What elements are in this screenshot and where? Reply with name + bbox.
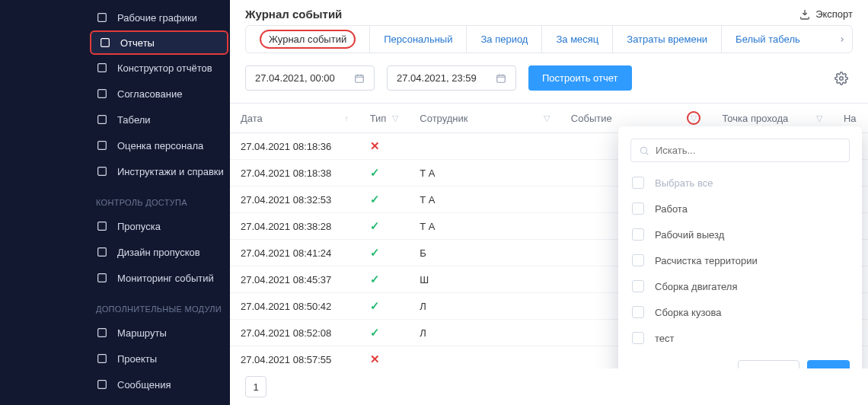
cell-date: 27.04.2021 08:38:28 <box>230 213 359 240</box>
cell-type: ✕ <box>359 133 410 160</box>
tab-5[interactable]: Белый табель <box>722 26 814 53</box>
cell-date: 27.04.2021 08:45:37 <box>230 266 359 293</box>
svg-rect-6 <box>98 167 107 176</box>
filter-option-label: тест <box>655 333 675 344</box>
sidebar-item-file[interactable]: Инструктажи и справки <box>84 158 230 184</box>
bar-chart-icon <box>99 37 111 49</box>
sidebar-item-label: Дизайн пропусков <box>117 247 200 258</box>
filter-ok-button[interactable]: Да <box>807 360 850 368</box>
sidebar-item-grid[interactable]: Табели <box>84 107 230 132</box>
checkbox[interactable] <box>632 177 644 189</box>
filter-option[interactable]: Работа <box>630 196 850 222</box>
check-icon: ✓ <box>370 299 380 312</box>
col-employee[interactable]: Сотрудник▽ <box>409 104 560 133</box>
sidebar-item-monitor[interactable]: Мониторинг событий <box>84 265 230 291</box>
cell-date: 27.04.2021 08:50:42 <box>230 293 359 320</box>
event-filter-popup: Выбрать все РаботаРабочий выездРасчистка… <box>618 126 862 368</box>
export-button[interactable]: Экспорт <box>799 8 853 21</box>
sidebar-item-folder[interactable]: Проекты <box>84 346 230 372</box>
calendar-icon <box>354 73 365 84</box>
cell-employee <box>409 346 560 369</box>
filter-icon[interactable]: ▽ <box>816 113 822 123</box>
sidebar-item-layout[interactable]: Дизайн пропусков <box>84 239 230 265</box>
tabs: Журнал событийПерсональныйЗа периодЗа ме… <box>245 25 853 53</box>
filter-select-all[interactable]: Выбрать все <box>630 170 850 196</box>
sidebar-item-mail[interactable]: Сообщения <box>84 372 230 397</box>
id-icon <box>96 220 108 232</box>
svg-rect-3 <box>98 90 107 98</box>
filter-icon[interactable]: ▽ <box>687 111 700 125</box>
sidebar-item-id[interactable]: Пропуска <box>84 213 230 239</box>
svg-rect-11 <box>98 355 107 363</box>
search-icon <box>639 145 649 156</box>
sidebar-item-clipboard[interactable]: Согласование <box>84 81 230 107</box>
checkbox[interactable] <box>632 228 644 241</box>
svg-rect-9 <box>98 274 107 282</box>
grid-icon <box>96 113 108 126</box>
folder-icon <box>96 352 108 365</box>
sidebar-item-star[interactable]: Оценка персонала <box>84 132 230 158</box>
filter-option[interactable]: Сборка кузова <box>630 299 850 325</box>
col-type[interactable]: Тип▽ <box>359 104 410 133</box>
calendar-icon <box>496 73 506 84</box>
svg-rect-7 <box>98 222 107 231</box>
filter-option-label: Расчистка территории <box>655 255 758 266</box>
cell-type: ✓ <box>359 160 410 187</box>
svg-rect-0 <box>98 14 107 22</box>
sidebar-section-access: КОНТРОЛЬ ДОСТУПА <box>84 184 230 213</box>
svg-rect-4 <box>98 116 107 124</box>
checkbox[interactable] <box>632 306 644 318</box>
date-to-value: 27.04.2021, 23:59 <box>397 72 477 84</box>
checkbox[interactable] <box>632 280 644 292</box>
page-1-button[interactable]: 1 <box>245 376 266 397</box>
filter-option-label: Сборка кузова <box>655 307 721 318</box>
sidebar-item-calendar[interactable]: Рабочие графики <box>84 5 230 30</box>
tab-0[interactable]: Журнал событий <box>246 26 370 53</box>
date-to-input[interactable]: 27.04.2021, 23:59 <box>387 65 516 91</box>
check-icon: ✓ <box>370 326 380 339</box>
date-from-input[interactable]: 27.04.2021, 00:00 <box>245 65 375 91</box>
tab-2[interactable]: За период <box>467 26 542 53</box>
cell-employee: Л <box>409 293 560 320</box>
sidebar-item-label: Оценка персонала <box>117 140 203 151</box>
filter-search-input[interactable] <box>630 139 850 162</box>
filter-icon[interactable]: ▽ <box>544 113 550 123</box>
sidebar-section-addons: ДОПОЛНИТЕЛЬНЫЕ МОДУЛИ <box>84 291 230 320</box>
tab-4[interactable]: Затраты времени <box>613 26 722 53</box>
cell-employee: Т А <box>409 160 560 187</box>
filter-search-field[interactable] <box>656 145 841 156</box>
sidebar-item-bar-chart[interactable]: Отчеты <box>90 30 228 55</box>
filter-option[interactable]: Расчистка территории <box>630 247 850 273</box>
sidebar: Рабочие графикиОтчетыКонструктор отчётов… <box>0 0 230 405</box>
filter-cancel-button[interactable]: Отмена <box>738 360 799 368</box>
filter-option[interactable]: Сборка двигателя <box>630 273 850 299</box>
build-report-button[interactable]: Построить отчет <box>528 65 632 91</box>
sidebar-item-box[interactable]: ТМЦ <box>84 397 230 405</box>
filter-icon[interactable]: ▽ <box>392 113 398 123</box>
col-date[interactable]: Дата↑ <box>230 104 359 133</box>
filter-option[interactable]: Рабочий выезд <box>630 222 850 247</box>
cell-type: ✕ <box>359 346 410 369</box>
sidebar-item-doc[interactable]: Конструктор отчётов <box>84 55 230 81</box>
cell-date: 27.04.2021 08:32:53 <box>230 187 359 213</box>
checkbox[interactable] <box>632 202 644 215</box>
page-title: Журнал событий <box>245 8 342 21</box>
filter-option[interactable]: тест <box>630 325 850 351</box>
checkbox[interactable] <box>632 332 644 344</box>
svg-rect-2 <box>98 64 107 72</box>
checkbox[interactable] <box>632 254 644 266</box>
tab-1[interactable]: Персональный <box>370 26 467 53</box>
sidebar-item-route[interactable]: Маршруты <box>84 320 230 346</box>
cross-icon: ✕ <box>370 139 380 152</box>
export-label: Экспорт <box>815 8 853 20</box>
tab-3[interactable]: За месяц <box>542 26 613 53</box>
check-icon: ✓ <box>370 166 380 179</box>
tabs-scroll-right[interactable] <box>832 36 852 43</box>
sidebar-item-label: Пропуска <box>117 221 161 232</box>
cell-employee: Л <box>409 320 560 346</box>
sidebar-item-label: Инструктажи и справки <box>117 166 224 177</box>
settings-button[interactable] <box>830 67 853 90</box>
cell-type: ✓ <box>359 187 410 213</box>
cell-date: 27.04.2021 08:52:08 <box>230 320 359 346</box>
cell-type: ✓ <box>359 240 410 266</box>
